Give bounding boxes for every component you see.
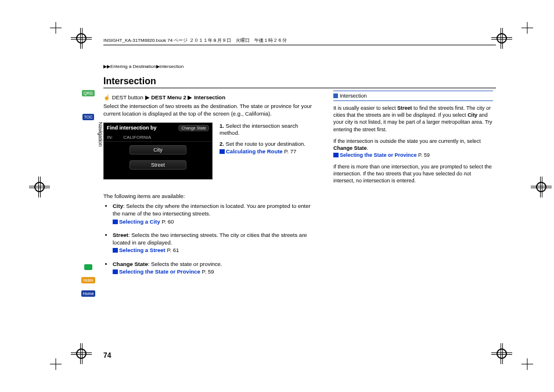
link-arrow-icon xyxy=(113,248,118,253)
item-label: City xyxy=(113,203,123,209)
arrow-icon: ▶ xyxy=(145,94,150,100)
tab-qrg[interactable]: QRG xyxy=(82,90,95,96)
arrow-icon: ▶▶ xyxy=(103,64,110,69)
crop-mark-icon xyxy=(521,22,533,34)
page-reference: P. 59 xyxy=(418,152,430,158)
page-number: 74 xyxy=(103,351,111,359)
item-label: Street xyxy=(113,232,128,238)
link-arrow-icon xyxy=(333,153,339,157)
tab-index[interactable]: Index xyxy=(81,277,95,283)
sidebar-tips: Intersection It is usually easier to sel… xyxy=(333,91,493,281)
document-header: INSIGHT_KA-31TM8820.book 74 ページ ２０１１年８月９… xyxy=(103,37,496,45)
hand-icon: ☝ xyxy=(103,94,110,100)
list-item: Change State: Selects the state or provi… xyxy=(113,260,312,276)
registration-mark-icon xyxy=(74,31,88,45)
crop-mark-icon xyxy=(50,358,62,370)
page-reference: P. 59 xyxy=(202,268,214,275)
side-tabs-lower: Index Home xyxy=(81,264,95,297)
intro-text: Select the intersection of two streets a… xyxy=(103,103,312,118)
cross-reference-link[interactable]: Selecting a Street xyxy=(119,247,166,253)
section-label: Navigation xyxy=(98,122,103,147)
device-screenshot: Find intersection by Change State IN: CA… xyxy=(103,123,213,179)
cross-reference-link[interactable]: Selecting the State or Province xyxy=(340,152,417,158)
arrow-icon: ▶ xyxy=(188,94,192,100)
page-reference: P. 60 xyxy=(161,218,174,225)
steps-list: 1. Select the intersection search method… xyxy=(220,123,312,179)
tab-toc[interactable]: TOC xyxy=(82,114,95,120)
cross-reference-link[interactable]: Selecting a City xyxy=(119,218,160,225)
item-text: : Selects the two intersecting streets. … xyxy=(113,232,307,246)
state-value: CALIFORNIA xyxy=(123,135,151,140)
step-number: 1. xyxy=(220,123,224,129)
breadcrumb: ▶▶Entering a Destination▶Intersection xyxy=(103,64,496,69)
tip-heading: Intersection xyxy=(333,91,493,101)
tip-paragraph: If there is more than one intersection, … xyxy=(333,163,493,184)
nav-path-button: DEST button xyxy=(112,94,143,100)
list-item: City: Selects the city where the interse… xyxy=(113,202,312,225)
registration-mark-icon xyxy=(495,347,509,361)
registration-mark-icon xyxy=(33,180,46,194)
cross-reference-link[interactable]: Calculating the Route xyxy=(226,148,283,154)
cross-reference-link[interactable]: Selecting the State or Province xyxy=(119,268,200,275)
step-text: Select the intersection search method. xyxy=(220,123,298,136)
nav-path-item: Intersection xyxy=(194,94,225,100)
page-title: Intersection xyxy=(103,76,496,88)
note-icon xyxy=(333,93,338,98)
link-arrow-icon xyxy=(113,269,118,274)
navigation-path: ☝ DEST button ▶ DEST Menu 2 ▶ Intersecti… xyxy=(103,94,312,100)
item-text: : Selects the state or province. xyxy=(148,261,222,267)
page-reference: P. 61 xyxy=(167,247,179,253)
change-state-button: Change State xyxy=(178,125,209,131)
registration-mark-icon xyxy=(495,31,509,45)
breadcrumb-level-1: Entering a Destination xyxy=(110,64,156,69)
link-arrow-icon xyxy=(113,220,118,224)
list-item: Street: Selects the two intersecting str… xyxy=(113,231,312,254)
registration-mark-icon xyxy=(534,180,548,194)
link-arrow-icon xyxy=(220,149,225,154)
street-button: Street xyxy=(129,160,186,170)
items-intro: The following items are available: xyxy=(103,193,185,199)
nav-path-menu: DEST Menu 2 xyxy=(151,94,186,100)
tab-voice-icon[interactable] xyxy=(84,264,92,270)
page-reference: P. 77 xyxy=(284,148,296,154)
tab-home[interactable]: Home xyxy=(81,290,96,297)
crop-mark-icon xyxy=(50,22,62,34)
item-text: : Selects the city where the intersectio… xyxy=(113,203,311,217)
registration-mark-icon xyxy=(74,347,88,361)
step-text: Set the route to your destination. xyxy=(226,141,305,147)
breadcrumb-level-2: Intersection xyxy=(160,64,184,69)
side-tabs: QRG TOC xyxy=(81,90,95,120)
item-label: Change State xyxy=(113,261,148,267)
tip-heading-label: Intersection xyxy=(340,93,367,99)
screenshot-title: Find intersection by xyxy=(107,125,157,131)
crop-mark-icon xyxy=(521,358,533,370)
state-label: IN: xyxy=(107,135,113,140)
city-button: City xyxy=(129,145,186,154)
available-items: The following items are available: City:… xyxy=(103,192,312,276)
step-number: 2. xyxy=(220,141,224,147)
